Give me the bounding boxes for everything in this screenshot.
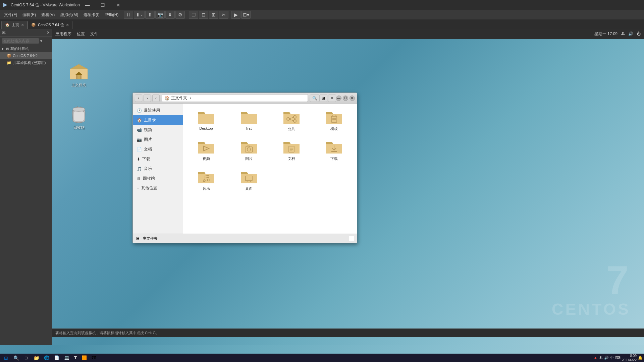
sidebar-search-dropdown[interactable]: ▾ <box>40 39 42 43</box>
sidebar-item-my-computer[interactable]: ▸ 🖥 我的计算机 <box>0 45 52 52</box>
menu-view[interactable]: 查看(V) <box>39 11 57 19</box>
folder-video[interactable]: 视频 <box>186 137 226 163</box>
sidebar-search-area: ▾ <box>0 37 52 45</box>
taskbar-notification-btn[interactable]: 🔔 <box>638 356 643 360</box>
music-icon: 🎵 <box>137 167 142 171</box>
close-button[interactable]: ✕ <box>111 0 126 10</box>
sidebar-close-icon[interactable]: ✕ <box>47 31 50 35</box>
tab-home-close[interactable]: ✕ <box>21 23 24 27</box>
fm-sidebar-video[interactable]: 📹 视频 <box>133 125 183 135</box>
more-btn[interactable]: ⊡▾ <box>241 11 251 19</box>
fm-sidebar-trash[interactable]: 🗑 回收站 <box>133 174 183 183</box>
suspend-btn[interactable]: ⬇ <box>165 11 175 19</box>
home-icon: 🏠 <box>5 23 10 27</box>
sidebar-title: 库 <box>2 30 6 35</box>
taskbar-text-app[interactable]: T <box>72 354 79 362</box>
view-btn-4[interactable]: ✂ <box>219 11 228 19</box>
centos-topbar-right: 星期一 17:09 🖧 🔊 ⏻ <box>594 31 641 37</box>
taskbar-volume-icon[interactable]: 🔊 <box>604 356 609 360</box>
terminal-icon: 💻 <box>64 355 69 360</box>
fm-sidebar-music[interactable]: 🎵 音乐 <box>133 164 183 174</box>
folder-desktop2[interactable]: 桌面 <box>229 167 268 193</box>
guest-vm-area[interactable]: 应用程序 位置 文件 星期一 17:09 🖧 🔊 ⏻ 主文件 <box>52 29 644 345</box>
desktop-icon-trash[interactable]: 回收站 <box>65 106 92 130</box>
sidebar-search-input[interactable] <box>2 38 39 44</box>
fm-path-bar[interactable]: 🏠 主文件夹 › <box>162 94 308 102</box>
sidebar-item-centos[interactable]: 📦 CentOS 7 64位 <box>0 52 52 59</box>
fm-content-area: Desktop first <box>183 104 357 234</box>
fm-nav-area: ‹ › ‹ <box>135 95 160 102</box>
fm-list-view-button[interactable]: ≡ <box>328 95 336 102</box>
folder-downloads[interactable]: 下载 <box>314 137 354 163</box>
view-btn-2[interactable]: ⊟ <box>199 11 208 19</box>
centos-files-menu[interactable]: 文件 <box>90 31 98 37</box>
taskbar-explorer[interactable]: 📁 <box>32 354 41 362</box>
start-button[interactable]: ⊞ <box>1 354 11 362</box>
vmware-statusbar: 要将输入定向到该虚拟机，请将鼠标指针移入其中或按 Ctrl+G。 <box>52 328 644 337</box>
tab-centos-close[interactable]: ✕ <box>66 23 69 27</box>
taskbar-acrobat[interactable]: 📄 <box>52 354 61 362</box>
fm-close-button[interactable]: ✕ <box>350 96 355 101</box>
fm-sidebar-recent[interactable]: 🕐 最近使用 <box>133 106 183 115</box>
file-manager-window: ‹ › ‹ 🏠 主文件夹 › 🔍 ⊞ ≡ — ☐ ✕ <box>132 93 357 243</box>
centos-icon: 📦 <box>31 23 36 27</box>
menu-help[interactable]: 帮助(H) <box>102 11 121 19</box>
toolbar-btn-2[interactable]: ⏸▾ <box>134 11 145 19</box>
console-btn[interactable]: ▶ <box>231 11 240 19</box>
menu-edit[interactable]: 编辑(E) <box>20 11 39 19</box>
taskbar-clock[interactable]: 8:09 2021/6/22 <box>622 354 637 362</box>
maximize-button[interactable]: ☐ <box>95 0 111 10</box>
folder-documents[interactable]: 文档 <box>272 137 311 163</box>
folder-pictures[interactable]: 图片 <box>229 137 268 163</box>
taskbar-terminal[interactable]: 💻 <box>62 354 71 362</box>
minimize-button[interactable]: — <box>80 0 95 10</box>
fm-sidebar-home[interactable]: 🏠 主目录 <box>133 115 183 125</box>
search-button[interactable]: 🔍 <box>11 354 21 362</box>
centos-apps-menu[interactable]: 应用程序 <box>55 31 71 37</box>
menu-file[interactable]: 文件(F) <box>1 11 20 19</box>
folder-template[interactable]: 模板 <box>314 107 354 133</box>
taskbar-keyboard-layout[interactable]: ⌨ <box>615 356 621 360</box>
fm-minimize-button[interactable]: — <box>336 96 341 101</box>
folder-first[interactable]: first <box>229 107 268 133</box>
svg-marker-0 <box>3 3 7 7</box>
folder-music[interactable]: 音乐 <box>186 167 226 193</box>
taskbar-map-app[interactable]: 🗺 <box>90 354 98 362</box>
fm-window-controls: — ☐ ✕ <box>336 96 355 101</box>
taskbar-orange-app[interactable]: 🟧 <box>79 354 89 362</box>
fm-taskbar-toggle[interactable] <box>349 236 354 241</box>
view-btn-1[interactable]: ☐ <box>189 11 198 19</box>
fm-maximize-button[interactable]: ☐ <box>343 96 348 101</box>
taskbar-lang[interactable]: 中 <box>610 355 614 360</box>
menu-vm[interactable]: 虚拟机(M) <box>57 11 81 19</box>
map-app-icon: 🗺 <box>92 355 96 360</box>
fm-search-button[interactable]: 🔍 <box>310 95 319 102</box>
task-view-button[interactable]: ⊟ <box>21 354 31 362</box>
power-icon[interactable]: ⏻ <box>637 32 641 36</box>
fm-sidebar-pictures[interactable]: 📷 图片 <box>133 135 183 144</box>
folder-public[interactable]: 公共 <box>272 107 311 133</box>
fm-other-label: 其他位置 <box>141 185 157 191</box>
centos-places-menu[interactable]: 位置 <box>77 31 85 37</box>
sidebar-item-shared-vm[interactable]: 📁 共享虚拟机 (已弃用) <box>0 59 52 66</box>
taskbar-chrome[interactable]: 🌐 <box>42 354 51 362</box>
snapshot-btn[interactable]: 📷 <box>155 11 165 19</box>
desktop-icon-home[interactable]: 主文件夹 <box>65 62 92 88</box>
fm-sidebar-downloads[interactable]: ⬇ 下载 <box>133 154 183 164</box>
view-btn-3[interactable]: ⊞ <box>209 11 218 19</box>
tab-home[interactable]: 🏠 主页 ✕ <box>1 21 28 29</box>
send-ctrl-alt-del[interactable]: ⬆ <box>145 11 155 19</box>
fm-sidebar-other[interactable]: + 其他位置 <box>133 183 183 193</box>
folder-desktop[interactable]: Desktop <box>186 107 226 133</box>
settings-btn[interactable]: ⚙ <box>175 11 185 19</box>
menu-tabs[interactable]: 选项卡(I) <box>81 11 102 19</box>
volume-icon[interactable]: 🔊 <box>628 32 633 36</box>
fm-back-button[interactable]: ‹ <box>135 95 142 102</box>
fm-up-button[interactable]: ‹ <box>152 95 160 102</box>
pause-button[interactable]: ⏸ <box>124 11 133 19</box>
fm-sidebar-documents[interactable]: 📄 文档 <box>133 144 183 154</box>
fm-forward-button[interactable]: › <box>144 95 151 102</box>
taskbar-network-icon[interactable]: 🖧 <box>599 356 603 360</box>
fm-grid-view-button[interactable]: ⊞ <box>319 95 327 102</box>
tab-centos[interactable]: 📦 CentOS 7 64 位 ✕ <box>28 21 72 29</box>
